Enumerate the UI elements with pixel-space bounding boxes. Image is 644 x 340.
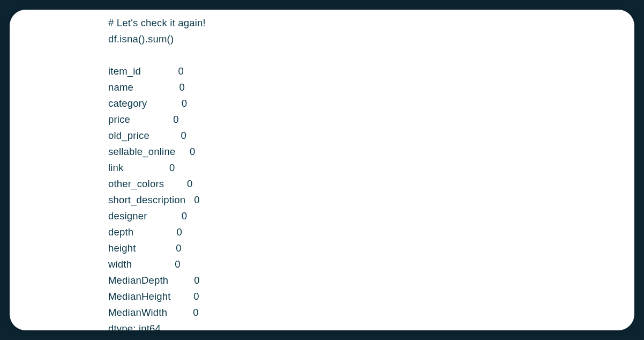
output-row: height 0: [108, 240, 634, 256]
code-area: # Let's check it again! df.isna().sum() …: [10, 15, 634, 330]
output-row: old_price 0: [108, 128, 634, 144]
output-row: width 0: [108, 256, 634, 272]
output-row: other_colors 0: [108, 176, 634, 192]
notebook-cell-card: # Let's check it again! df.isna().sum() …: [10, 10, 634, 330]
output-row: sellable_online 0: [108, 144, 634, 160]
output-row: designer 0: [108, 208, 634, 224]
code-statement: df.isna().sum(): [108, 31, 634, 47]
output-row: name 0: [108, 79, 634, 95]
output-row: item_id 0: [108, 63, 634, 79]
output-dtype: dtype: int64: [108, 321, 634, 330]
output-area: item_id 0name 0category 0price 0old_pric…: [108, 63, 634, 330]
output-row: depth 0: [108, 224, 634, 240]
code-comment: # Let's check it again!: [108, 15, 634, 31]
output-row: MedianDepth 0: [108, 272, 634, 289]
output-row: MedianWidth 0: [108, 305, 634, 321]
output-rows-container: item_id 0name 0category 0price 0old_pric…: [108, 63, 634, 321]
output-row: short_description 0: [108, 192, 634, 208]
output-row: link 0: [108, 160, 634, 176]
output-row: category 0: [108, 95, 634, 112]
output-row: price 0: [108, 112, 634, 128]
output-row: MedianHeight 0: [108, 289, 634, 305]
